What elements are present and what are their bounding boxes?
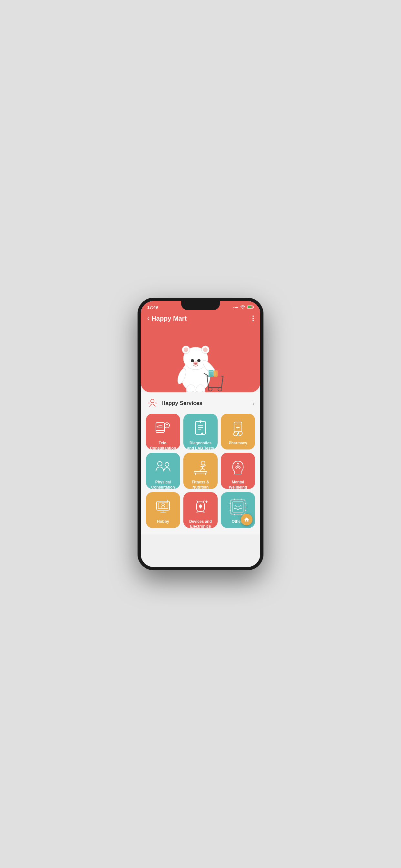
bear-mascot [165, 334, 236, 392]
notch [181, 301, 220, 310]
svg-line-54 [203, 465, 206, 467]
hobby-icon [149, 497, 177, 517]
signal-icon: •••• [234, 306, 238, 309]
svg-point-10 [197, 359, 201, 362]
mental-wellbeing-label: MentalWellbeing [229, 480, 247, 489]
svg-point-26 [151, 399, 154, 403]
svg-rect-27 [156, 423, 164, 432]
diagnostics-icon [187, 419, 214, 438]
grid-item-physical-consultation[interactable]: PhysicalConsultation [146, 453, 180, 489]
svg-point-12 [194, 363, 197, 365]
status-icons: •••• [234, 305, 254, 310]
mental-wellbeing-icon [224, 458, 252, 477]
svg-rect-22 [209, 370, 213, 377]
svg-line-67 [197, 500, 198, 502]
grid-item-pharmacy[interactable]: Pharmacy [221, 414, 255, 450]
svg-point-7 [184, 347, 188, 352]
back-button[interactable]: ‹ [147, 314, 150, 322]
home-button[interactable] [241, 514, 252, 525]
grid-item-mental-wellbeing[interactable]: MentalWellbeing [221, 453, 255, 489]
header-left: ‹ Happy Mart [147, 314, 187, 322]
svg-rect-24 [218, 371, 221, 377]
services-grid: Tele-Consultantion [146, 414, 255, 528]
page-title: Happy Mart [151, 315, 187, 322]
wifi-icon [240, 305, 245, 310]
phone-screen: 17:49 •••• ‹ [141, 301, 260, 567]
physical-consultation-label: PhysicalConsultation [151, 480, 175, 489]
svg-point-50 [201, 461, 205, 465]
grid-item-hobby[interactable]: Hobby [146, 492, 180, 528]
services-header: Happy Services › [146, 398, 255, 409]
svg-point-48 [165, 462, 169, 466]
svg-point-58 [237, 463, 239, 465]
grid-item-others[interactable]: Others [221, 492, 255, 528]
hero-section [141, 328, 260, 392]
svg-line-68 [203, 500, 204, 502]
devices-electronics-label: Devices andElectronics [189, 519, 212, 528]
svg-line-57 [205, 473, 206, 475]
battery-icon [247, 305, 254, 310]
svg-line-52 [200, 468, 203, 471]
services-header-left: Happy Services [147, 398, 203, 409]
svg-rect-1 [248, 306, 251, 308]
app-header: ‹ Happy Mart [141, 312, 260, 328]
devices-electronics-icon [187, 497, 214, 517]
phone-frame: 17:49 •••• ‹ [137, 298, 264, 570]
svg-rect-23 [213, 370, 218, 377]
svg-point-47 [158, 461, 162, 466]
svg-point-9 [191, 359, 194, 362]
time-display: 17:49 [147, 305, 158, 310]
services-chevron[interactable]: › [252, 400, 254, 407]
svg-rect-31 [159, 425, 162, 428]
more-menu-button[interactable] [252, 315, 254, 321]
grid-item-devices-electronics[interactable]: Devices andElectronics [183, 492, 218, 528]
physical-consultation-icon [149, 458, 177, 477]
content-area: Happy Services › [141, 392, 260, 534]
svg-rect-49 [194, 471, 207, 473]
grid-item-fitness-nutrition[interactable]: Fitness &Nutrition [183, 453, 218, 489]
hobby-label: Hobby [157, 519, 169, 524]
tele-consultation-icon [149, 419, 177, 438]
svg-line-69 [197, 512, 198, 513]
svg-rect-2 [253, 306, 254, 307]
tele-consultation-label: Tele-Consultantion [150, 441, 176, 450]
services-title: Happy Services [161, 400, 203, 407]
svg-point-8 [203, 347, 208, 352]
pharmacy-label: Pharmacy [228, 441, 247, 446]
grid-item-diagnostics[interactable]: Diagnosticsand LAB Tests [183, 414, 218, 450]
svg-point-61 [162, 503, 164, 506]
fitness-nutrition-icon [187, 458, 214, 477]
diagnostics-label: Diagnosticsand LAB Tests [187, 441, 214, 450]
svg-line-56 [195, 473, 196, 475]
svg-line-53 [203, 468, 205, 470]
fitness-nutrition-label: Fitness &Nutrition [192, 480, 209, 489]
happy-services-icon [147, 398, 158, 409]
svg-line-70 [203, 512, 204, 513]
pharmacy-icon [224, 419, 252, 438]
grid-item-tele-consultation[interactable]: Tele-Consultantion [146, 414, 180, 450]
